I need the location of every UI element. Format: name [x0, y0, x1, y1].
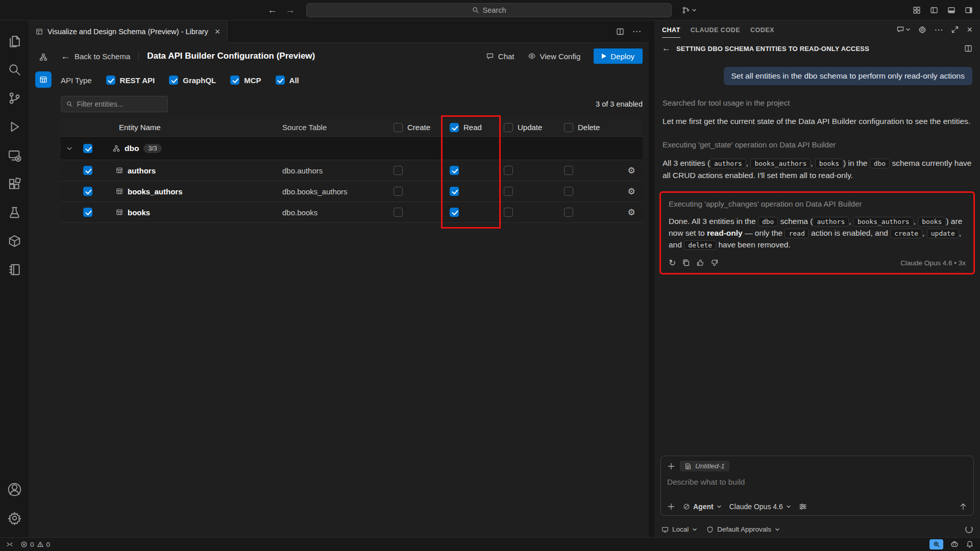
schema-designer-icon[interactable]: [35, 49, 52, 65]
copy-icon[interactable]: [682, 259, 690, 267]
customize-layout-icon[interactable]: [913, 6, 921, 14]
context-file-chip[interactable]: Untitled-1: [680, 461, 729, 471]
toggle-sidebar-icon[interactable]: [930, 6, 938, 14]
chat-more-icon[interactable]: ⋯: [934, 24, 943, 35]
remote-explorer-icon[interactable]: [0, 141, 29, 169]
update-checkbox[interactable]: [504, 166, 513, 175]
editor-tab[interactable]: Visualize and Design Schema (Preview) - …: [29, 20, 228, 43]
row-settings-gear-icon[interactable]: ⚙: [627, 208, 635, 217]
mcp-checkbox[interactable]: [230, 76, 239, 85]
notebooks-icon[interactable]: [0, 255, 29, 284]
api-type-rest[interactable]: REST API: [106, 76, 155, 85]
split-editor-icon[interactable]: [616, 28, 624, 36]
tab-chat[interactable]: CHAT: [662, 22, 680, 38]
mode-selector[interactable]: Agent: [683, 503, 722, 511]
new-chat-button[interactable]: [896, 26, 911, 34]
containers-icon[interactable]: [0, 227, 29, 255]
create-checkbox[interactable]: [394, 187, 403, 196]
create-checkbox[interactable]: [394, 166, 403, 175]
view-config-button[interactable]: View Config: [528, 52, 581, 61]
open-chat-editor-icon[interactable]: [964, 44, 972, 53]
history-back-icon[interactable]: ←: [267, 5, 277, 16]
regenerate-icon[interactable]: ↻: [669, 259, 676, 267]
delete-checkbox[interactable]: [564, 208, 573, 217]
send-button[interactable]: [959, 503, 967, 511]
testing-icon[interactable]: [0, 198, 29, 227]
api-type-graphql[interactable]: GraphQL: [169, 76, 216, 85]
add-context-icon[interactable]: [667, 462, 675, 470]
chevron-down-icon[interactable]: [66, 145, 73, 152]
row-select-checkbox[interactable]: [83, 208, 92, 217]
back-to-schema-button[interactable]: ← Back to Schema: [61, 51, 130, 62]
delete-checkbox[interactable]: [564, 166, 573, 175]
session-toggle-button[interactable]: [682, 4, 697, 16]
create-all-checkbox[interactable]: [394, 123, 403, 132]
deploy-button[interactable]: Deploy: [594, 48, 643, 64]
read-checkbox[interactable]: [450, 187, 459, 196]
schema-group-row[interactable]: dbo 3/3: [61, 137, 643, 160]
chat-button[interactable]: Chat: [486, 52, 514, 61]
attach-plus-icon[interactable]: [667, 503, 675, 511]
close-tab-icon[interactable]: ×: [215, 27, 220, 36]
create-checkbox[interactable]: [394, 208, 403, 217]
api-type-mcp[interactable]: MCP: [230, 76, 261, 85]
graphql-checkbox[interactable]: [169, 76, 178, 85]
close-chat-icon[interactable]: ×: [967, 25, 972, 34]
expand-icon[interactable]: [951, 26, 959, 34]
explorer-icon[interactable]: [0, 27, 29, 55]
zoom-indicator[interactable]: [929, 539, 943, 549]
update-checkbox[interactable]: [504, 208, 513, 217]
divider: [138, 52, 139, 61]
account-icon[interactable]: [0, 475, 29, 504]
rest-api-checkbox[interactable]: [106, 76, 115, 85]
row-select-checkbox[interactable]: [83, 166, 92, 175]
thumbs-up-icon[interactable]: [696, 259, 704, 267]
activity-bar: [0, 20, 29, 537]
extensions-icon[interactable]: [0, 169, 29, 198]
toggle-panel-icon[interactable]: [947, 6, 955, 14]
row-settings-gear-icon[interactable]: ⚙: [627, 166, 635, 175]
run-debug-icon[interactable]: [0, 112, 29, 141]
tab-claude-code[interactable]: CLAUDE CODE: [691, 22, 740, 37]
history-forward-icon[interactable]: →: [285, 5, 295, 16]
search-icon[interactable]: [0, 55, 29, 84]
environment-selector[interactable]: Local: [662, 525, 697, 533]
delete-checkbox[interactable]: [564, 187, 573, 196]
row-select-checkbox[interactable]: [83, 187, 92, 196]
delete-all-checkbox[interactable]: [564, 123, 573, 132]
toggle-secondary-sidebar-icon[interactable]: [965, 6, 973, 14]
deploy-label: Deploy: [610, 52, 634, 61]
all-checkbox[interactable]: [276, 76, 285, 85]
filter-entities-input[interactable]: [61, 96, 168, 112]
model-selector[interactable]: Claude Opus 4.6: [729, 503, 791, 511]
entity-name: books: [128, 208, 150, 217]
source-control-icon[interactable]: [0, 84, 29, 112]
entities-table: Entity Name Source Table Create Read Upd…: [61, 118, 643, 223]
copilot-icon[interactable]: [950, 540, 959, 548]
chat-prompt-input[interactable]: Describe what to build: [667, 478, 967, 487]
thumbs-down-icon[interactable]: [710, 259, 719, 267]
back-icon[interactable]: ←: [662, 43, 671, 54]
read-checkbox[interactable]: [450, 208, 459, 217]
group-select-checkbox[interactable]: [83, 144, 92, 153]
row-settings-gear-icon[interactable]: ⚙: [627, 187, 635, 196]
api-type-all[interactable]: All: [276, 76, 299, 85]
problems-indicator[interactable]: 0 0: [20, 541, 50, 548]
title-bar: ← → Search: [0, 0, 980, 20]
chat-input-box[interactable]: Untitled-1 Describe what to build Agent …: [660, 456, 974, 516]
read-all-checkbox[interactable]: [450, 123, 459, 132]
more-actions-icon[interactable]: ⋯: [632, 26, 642, 37]
remote-indicator[interactable]: [6, 541, 13, 548]
approvals-selector[interactable]: Default Approvals: [706, 525, 780, 533]
read-checkbox[interactable]: [450, 166, 459, 175]
chat-settings-gear-icon[interactable]: [918, 26, 926, 34]
tools-sliders-icon[interactable]: [799, 503, 807, 511]
data-api-builder-view-icon[interactable]: [35, 71, 52, 88]
tab-codex[interactable]: CODEX: [750, 22, 774, 37]
command-center-search[interactable]: Search: [306, 3, 672, 17]
update-all-checkbox[interactable]: [504, 123, 513, 132]
update-checkbox[interactable]: [504, 187, 513, 196]
notifications-bell-icon[interactable]: [966, 540, 974, 548]
filter-input-field[interactable]: [77, 100, 162, 108]
settings-gear-icon[interactable]: [0, 504, 29, 532]
